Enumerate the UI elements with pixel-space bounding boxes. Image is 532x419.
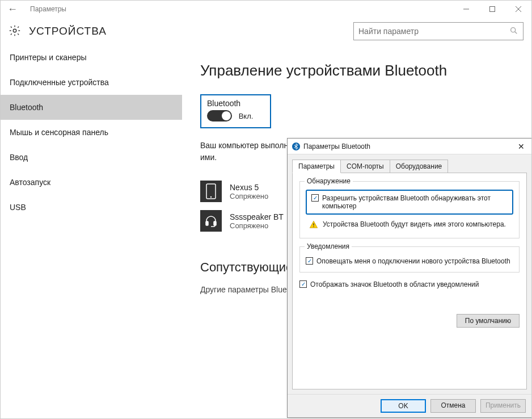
apply-button[interactable]: Применить: [480, 399, 526, 413]
cancel-button[interactable]: Отмена: [430, 399, 476, 413]
dialog-close-button[interactable]: ✕: [516, 142, 527, 151]
bluetooth-settings-dialog: Параметры Bluetooth ✕ Параметры COM-порт…: [287, 138, 532, 418]
back-button[interactable]: ←: [4, 3, 21, 15]
device-name: Sssspeaker BT: [230, 212, 284, 221]
window-title: Параметры: [30, 5, 66, 13]
bluetooth-toggle-label: Bluetooth: [207, 99, 253, 108]
dialog-buttons: OK Отмена Применить: [288, 394, 531, 417]
svg-point-8: [210, 196, 212, 198]
restore-defaults-button[interactable]: По умолчанию: [457, 314, 520, 328]
content-heading: Управление устройствами Bluetooth: [200, 62, 513, 79]
tab-hardware[interactable]: Оборудование: [390, 160, 449, 173]
page-title: УСТРОЙСТВА: [29, 25, 107, 37]
svg-rect-1: [490, 7, 495, 12]
warning-icon: [309, 220, 318, 231]
headset-icon: [200, 210, 222, 232]
sidebar-item-bluetooth[interactable]: Bluetooth: [1, 95, 182, 120]
discovery-legend: Обнаружение: [305, 177, 353, 185]
tray-icon-checkbox[interactable]: [299, 280, 307, 288]
gear-icon: [9, 24, 21, 39]
search-input[interactable]: Найти параметр: [353, 22, 523, 40]
sidebar-item-autoplay[interactable]: Автозапуск: [1, 170, 182, 195]
dialog-titlebar[interactable]: Параметры Bluetooth ✕: [288, 139, 531, 154]
discovery-warning-text: Устройства Bluetooth будут видеть имя эт…: [323, 220, 506, 231]
notify-new-device-checkbox[interactable]: [306, 257, 313, 265]
search-placeholder: Найти параметр: [358, 27, 509, 36]
discovery-group: Обнаружение Разрешить устройствам Blueto…: [299, 181, 520, 238]
bluetooth-toggle-group: Bluetooth Вкл.: [200, 94, 271, 128]
search-icon: [509, 26, 518, 37]
allow-discovery-checkbox[interactable]: [311, 194, 319, 202]
minimize-button[interactable]: [453, 1, 479, 18]
tray-icon-row[interactable]: Отображать значок Bluetooth в области ув…: [299, 280, 520, 288]
svg-point-5: [511, 27, 516, 32]
device-status: Сопряжено: [230, 192, 268, 200]
sidebar-item-typing[interactable]: Ввод: [1, 145, 182, 170]
titlebar: ← Параметры: [1, 1, 531, 18]
device-name: Nexus 5: [230, 183, 268, 192]
phone-icon: [200, 181, 222, 202]
bluetooth-icon: [292, 143, 300, 150]
notifications-group: Уведомления Оповещать меня о подключении…: [299, 246, 520, 273]
notify-new-device-row[interactable]: Оповещать меня о подключении нового устр…: [306, 257, 513, 265]
dialog-title: Параметры Bluetooth: [303, 143, 370, 150]
allow-discovery-label: Разрешить устройствам Bluetooth обнаружи…: [322, 194, 508, 210]
svg-rect-10: [214, 221, 216, 225]
maximize-button[interactable]: [479, 1, 505, 18]
device-status: Сопряжено: [230, 221, 284, 230]
tab-parameters[interactable]: Параметры: [292, 160, 341, 173]
svg-line-6: [515, 31, 517, 33]
sidebar-item-connected-devices[interactable]: Подключенные устройства: [1, 70, 182, 95]
svg-point-4: [13, 29, 16, 32]
dialog-tabs: Параметры COM-порты Оборудование: [292, 159, 527, 173]
bluetooth-toggle[interactable]: [207, 110, 232, 121]
bluetooth-toggle-state: Вкл.: [239, 112, 254, 120]
svg-rect-9: [206, 221, 208, 225]
sidebar-item-printers[interactable]: Принтеры и сканеры: [1, 45, 182, 70]
close-button[interactable]: [505, 1, 531, 18]
tab-com-ports[interactable]: COM-порты: [340, 160, 390, 173]
header: УСТРОЙСТВА Найти параметр: [1, 18, 531, 45]
allow-discovery-row[interactable]: Разрешить устройствам Bluetooth обнаружи…: [306, 190, 513, 215]
tab-panel-parameters: Обнаружение Разрешить устройствам Blueto…: [292, 173, 527, 389]
ok-button[interactable]: OK: [381, 399, 426, 413]
tray-icon-label: Отображать значок Bluetooth в области ув…: [310, 280, 479, 288]
notify-new-device-label: Оповещать меня о подключении нового устр…: [316, 257, 510, 265]
sidebar-item-mouse-touchpad[interactable]: Мышь и сенсорная панель: [1, 120, 182, 145]
svg-rect-11: [313, 223, 314, 225]
sidebar-item-usb[interactable]: USB: [1, 195, 182, 220]
notifications-legend: Уведомления: [305, 242, 352, 250]
svg-rect-12: [313, 227, 314, 227]
sidebar: Принтеры и сканеры Подключенные устройст…: [1, 45, 182, 418]
